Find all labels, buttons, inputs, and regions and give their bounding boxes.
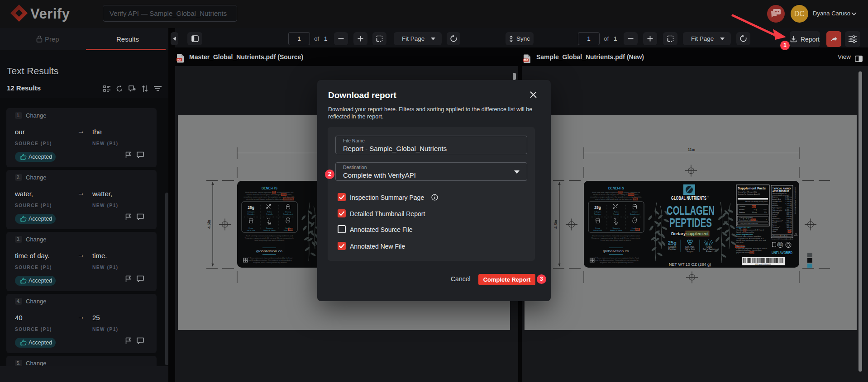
svg-text:155 mg: 155 mg bbox=[787, 205, 792, 207]
svg-text:2,075 mg: 2,075 mg bbox=[785, 222, 792, 224]
svg-text:** These statements have not b: ** These statements have not been evalua… bbox=[595, 257, 639, 259]
svg-text:ACID PROFILE: ACID PROFILE bbox=[773, 190, 789, 193]
svg-text:2,239 mg: 2,239 mg bbox=[785, 201, 792, 203]
svg-text:supplement: supplement bbox=[686, 231, 708, 236]
svg-text:** Daily Value not established: ** Daily Value not established bbox=[739, 223, 758, 225]
svg-text:globalvision.co: globalvision.co bbox=[603, 249, 629, 253]
svg-text:Friendly: Friendly bbox=[613, 213, 619, 215]
svg-text:Glycine: Glycine bbox=[773, 203, 777, 205]
svg-text:614 mg: 614 mg bbox=[787, 216, 792, 217]
svg-text:4.5in: 4.5in bbox=[553, 220, 558, 228]
svg-text:Peptides: Peptides bbox=[594, 213, 601, 215]
svg-text:PDF: PDF bbox=[177, 59, 181, 61]
svg-text:Amount Per Serving % Daily V: Amount Per Serving % Daily Value bbox=[745, 201, 768, 203]
svg-text:hot or cold: hot or cold bbox=[593, 229, 602, 231]
svg-text:526 mg: 526 mg bbox=[787, 213, 792, 215]
svg-text:Supplement: Supplement bbox=[630, 213, 640, 215]
svg-text:Support: Support bbox=[687, 250, 694, 253]
svg-text:Arginine: Arginine bbox=[773, 196, 778, 198]
svg-text:diagnose, treat, cure or preve: diagnose, treat, cure or prevent any dis… bbox=[600, 262, 634, 264]
svg-text:COLLAGEN: COLLAGEN bbox=[667, 204, 715, 217]
svg-text:Sodium: Sodium bbox=[739, 212, 745, 213]
svg-text:diagnose, treat, cure or preve: diagnose, treat, cure or prevent any dis… bbox=[253, 262, 287, 264]
svg-text:Peptides: Peptides bbox=[668, 248, 677, 250]
svg-text:25g: 25g bbox=[594, 205, 601, 210]
svg-text:Level may vary from batch to: Level may vary from batch to batch. bbox=[254, 239, 285, 241]
svg-text:and Drug Administration. This: and Drug Administration. This products i… bbox=[595, 259, 638, 261]
svg-text:4.5in: 4.5in bbox=[207, 220, 211, 228]
svg-text:PDF: PDF bbox=[524, 59, 528, 61]
svg-text:25: 25 bbox=[753, 206, 755, 208]
svg-text:PEPTIDES: PEPTIDES bbox=[669, 216, 712, 230]
svg-text:*Essential Amino Acids: *Essential Amino Acids bbox=[773, 235, 788, 237]
svg-text:and Drug Administration. This: and Drug Administration. This products i… bbox=[248, 259, 291, 261]
svg-text:Global Nutrients. All Rights R: Global Nutrients. All Rights Reserved. bbox=[794, 187, 796, 214]
svg-text:1,192 mg: 1,192 mg bbox=[785, 198, 792, 200]
svg-text:serving naturally occurring): serving naturally occurring) bbox=[773, 194, 789, 196]
svg-text:10%: 10% bbox=[763, 209, 767, 211]
svg-text:Level may vary from batch to: Level may vary from batch to batch. bbox=[601, 239, 631, 241]
svg-text:UNFLAVORED: UNFLAVORED bbox=[772, 250, 792, 255]
svg-text:Hydroxyproline: Hydroxyproline bbox=[773, 209, 782, 211]
svg-text:10 g: 10 g bbox=[754, 209, 757, 211]
svg-text:250: 250 bbox=[752, 219, 755, 221]
svg-text:Threonine**: Threonine** bbox=[773, 226, 781, 228]
svg-text:GVS-gvd-1516634422: GVS-gvd-1516634422 bbox=[755, 264, 771, 265]
svg-text:3,719 mg: 3,719 mg bbox=[785, 203, 792, 205]
svg-text:Collagen peptides: Collagen peptides bbox=[739, 217, 753, 219]
svg-text:Friendly: Friendly bbox=[266, 213, 272, 215]
svg-text:217 mg: 217 mg bbox=[787, 207, 792, 209]
svg-text:(from bovine hide): (from bovine hide) bbox=[739, 219, 752, 221]
svg-text:Isoleucine**: Isoleucine** bbox=[773, 212, 781, 213]
svg-text:mix in hot or cold liquids and: mix in hot or cold liquids and can be ta… bbox=[595, 198, 637, 200]
svg-text:Valine**: Valine** bbox=[773, 231, 778, 232]
svg-text:globalvision.co: globalvision.co bbox=[256, 249, 282, 253]
svg-text:Lysine**: Lysine** bbox=[773, 216, 778, 217]
svg-text:Raised: Raised bbox=[706, 250, 713, 253]
svg-text:Aspartic Acid: Aspartic Acid bbox=[773, 198, 781, 200]
svg-text:Peptides: Peptides bbox=[248, 213, 255, 215]
svg-text:®: ® bbox=[707, 196, 709, 198]
svg-text:BENEFITS: BENEFITS bbox=[608, 186, 624, 190]
svg-text:NET WT 10 OZ (284 g): NET WT 10 OZ (284 g) bbox=[669, 262, 711, 267]
svg-text:FREE: FREE bbox=[778, 245, 782, 246]
svg-text:** These statements have not b: ** These statements have not been evalua… bbox=[248, 257, 292, 259]
svg-text:Methionine**: Methionine** bbox=[773, 218, 781, 220]
svg-text:Proline: Proline bbox=[773, 222, 777, 224]
svg-text:hot or cold: hot or cold bbox=[247, 229, 255, 231]
svg-text:Servings Per Container About 2: Servings Per Container About 25 bbox=[738, 193, 760, 195]
svg-text:60 mg: 60 mg bbox=[752, 212, 757, 213]
svg-text:1,317 mg: 1,317 mg bbox=[785, 196, 792, 198]
svg-text:Hydroxylysine: Hydroxylysine bbox=[773, 207, 782, 209]
svg-text:Calories: Calories bbox=[739, 206, 745, 208]
svg-text:Contains 0.01% Essential Amino: Contains 0.01% Essential Amino Acids bbox=[772, 238, 793, 240]
svg-text:g: g bbox=[757, 219, 758, 221]
svg-text:Glutamic Acid: Glutamic Acid bbox=[773, 201, 782, 203]
svg-text:25g: 25g bbox=[248, 205, 254, 210]
svg-text:Dietary: Dietary bbox=[671, 231, 686, 236]
svg-text:Supplement: Supplement bbox=[283, 213, 293, 215]
svg-text:Bones & Joints: Bones & Joints bbox=[610, 229, 622, 231]
svg-text:Serine: Serine bbox=[773, 224, 777, 226]
svg-text:BENEFITS: BENEFITS bbox=[262, 186, 277, 190]
svg-text:GLOBAL NUTRIENTS: GLOBAL NUTRIENTS bbox=[671, 195, 706, 201]
svg-text:343 mg: 343 mg bbox=[787, 226, 792, 228]
svg-text:975 mg: 975 mg bbox=[787, 220, 792, 222]
svg-text:Tyrosine: Tyrosine bbox=[773, 229, 778, 231]
svg-text:251 mg: 251 mg bbox=[787, 212, 792, 213]
svg-text:514 mg: 514 mg bbox=[787, 224, 792, 226]
svg-text:5%: 5% bbox=[764, 212, 767, 213]
svg-text:2,058 mg: 2,058 mg bbox=[785, 209, 792, 211]
svg-text:1,108mg: 1,108mg bbox=[786, 218, 792, 220]
svg-text:Supplement Facts: Supplement Facts bbox=[738, 186, 766, 190]
svg-text:Bones & Joints: Bones & Joints bbox=[263, 229, 276, 231]
svg-text:Phenylalanine**: Phenylalanine** bbox=[773, 220, 783, 222]
svg-text:11in: 11in bbox=[688, 147, 696, 152]
svg-text:Serving Size 2 Scoops (20g): Serving Size 2 Scoops (20g) bbox=[738, 191, 757, 193]
svg-text:Protein: Protein bbox=[739, 209, 744, 211]
svg-text:tree nuts.: tree nuts. bbox=[736, 241, 744, 244]
svg-text:90 mg: 90 mg bbox=[787, 229, 792, 231]
svg-text:Leucine**: Leucine** bbox=[773, 213, 779, 215]
svg-text:25g: 25g bbox=[668, 240, 677, 245]
svg-text:Histidine**: Histidine** bbox=[773, 205, 780, 207]
